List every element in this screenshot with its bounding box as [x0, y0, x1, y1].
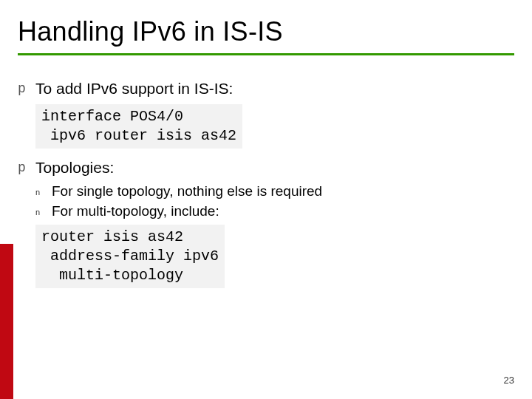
bullet-1-text: To add IPv6 support in IS-IS:	[35, 78, 514, 99]
bullet-marker-icon: p	[18, 157, 35, 178]
code-block-1: interface POS4/0 ipv6 router isis as42	[35, 104, 242, 149]
bullet-marker-icon: p	[18, 78, 35, 99]
bullet-2: p Topologies:	[18, 157, 514, 178]
code-block-2: router isis as42 address-family ipv6 mul…	[35, 225, 225, 288]
slide: Handling IPv6 in IS-IS p To add IPv6 sup…	[0, 0, 532, 399]
bullet-2-sub-1: n For single topology, nothing else is r…	[35, 182, 514, 201]
slide-body: p To add IPv6 support in IS-IS: interfac…	[18, 74, 514, 293]
accent-bar	[0, 244, 13, 399]
subbullet-marker-icon: n	[35, 182, 52, 201]
page-number: 23	[504, 375, 514, 386]
bullet-2-sub-1-text: For single topology, nothing else is req…	[52, 182, 514, 201]
subbullet-marker-icon: n	[35, 202, 52, 221]
bullet-2-sub-2: n For multi-topology, include:	[35, 202, 514, 221]
slide-title: Handling IPv6 in IS-IS	[18, 16, 514, 55]
bullet-1: p To add IPv6 support in IS-IS:	[18, 78, 514, 99]
bullet-2-text: Topologies:	[35, 157, 514, 178]
bullet-2-sub-2-text: For multi-topology, include:	[52, 202, 514, 221]
